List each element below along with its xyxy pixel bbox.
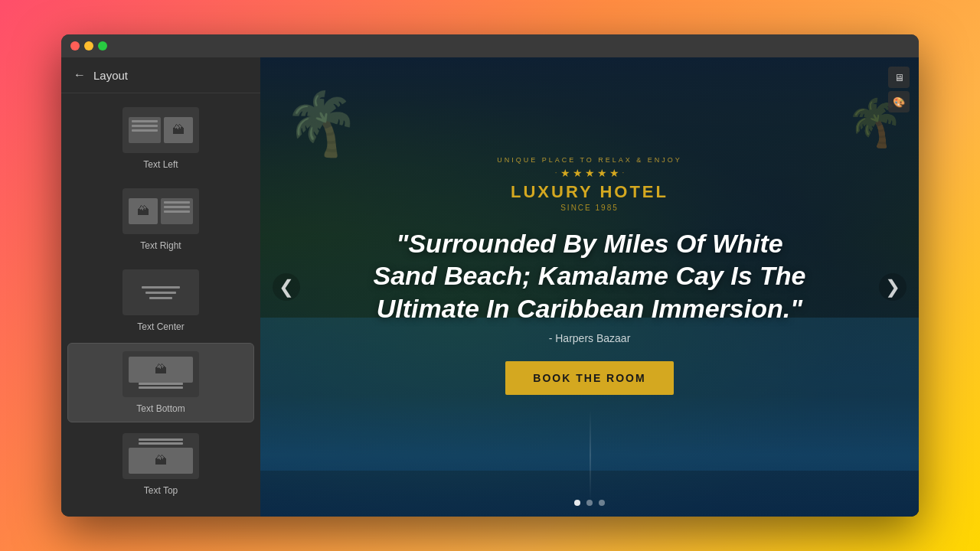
bottom-text-block (129, 383, 193, 392)
thumb-inner-text-right (127, 192, 194, 230)
window-controls (70, 41, 107, 51)
text-bottom-label: Text Bottom (136, 403, 185, 414)
layout-item-text-bottom[interactable]: Text Bottom (67, 343, 254, 422)
text-right-label: Text Right (140, 240, 181, 251)
hotel-tagline: UNIQUE PLACE TO RELAX & ENJOY (497, 156, 682, 164)
thumb-inner-text-top (127, 437, 194, 475)
thumb-inner-text-bottom (127, 355, 194, 393)
slide-dot-2[interactable] (586, 500, 593, 506)
app-window: ← Layout (61, 34, 919, 517)
paint-icon-button[interactable]: 🎨 (888, 91, 910, 112)
line-3 (164, 210, 190, 213)
thumb-text-left (122, 107, 199, 153)
line-1 (139, 439, 184, 441)
thumb-inner-text-center (127, 273, 194, 311)
thumb-inner-text-left (127, 111, 194, 149)
bottom-img-block (129, 448, 193, 474)
monitor-icon: 🖥 (894, 72, 904, 83)
thumb-text-top (122, 433, 199, 479)
hero-quote-block: "Surrounded By Miles Of White Sand Beach… (368, 227, 812, 345)
text-top-label: Text Top (144, 485, 178, 496)
hero-attribution: - Harpers Bazaar (368, 332, 812, 344)
layout-item-text-top[interactable]: Text Top (67, 425, 254, 504)
star-1: ★ (560, 167, 570, 179)
thumb-text-center (122, 269, 199, 315)
thumb-text-right (122, 188, 199, 234)
hotel-since: Since 1985 (497, 204, 682, 212)
titlebar (61, 34, 919, 57)
line-1 (139, 383, 184, 385)
top-text-block (129, 439, 193, 448)
star-3: ★ (585, 167, 595, 179)
line-2 (145, 292, 176, 294)
book-room-button[interactable]: BOOK THE ROOM (505, 361, 673, 395)
left-img-block (129, 198, 158, 224)
text-left-label: Text Left (143, 159, 178, 170)
right-img-block (164, 117, 193, 143)
slide-dot-3[interactable] (599, 500, 605, 506)
line-2 (139, 386, 184, 389)
star-2: ★ (573, 167, 583, 179)
line-2 (164, 206, 190, 208)
line-2 (132, 125, 158, 127)
content-area: ← Layout (61, 57, 919, 517)
layout-item-text-right[interactable]: Text Right (67, 181, 254, 259)
line-1 (142, 286, 180, 289)
carousel-dots (574, 500, 605, 506)
hero-quote-text: "Surrounded By Miles Of White Sand Beach… (368, 227, 812, 325)
monitor-icon-button[interactable]: 🖥 (888, 67, 910, 88)
star-5: ★ (609, 167, 619, 179)
stars: ★ ★ ★ ★ ★ (560, 167, 619, 179)
hero-background: 🌴 🌴 UNIQUE PLACE TO RELAX & ENJOY · ★ ★ … (260, 57, 919, 517)
line-3 (149, 297, 172, 299)
layout-item-text-center[interactable]: Text Center (67, 262, 254, 340)
maximize-dot[interactable] (98, 41, 107, 51)
close-dot[interactable] (70, 41, 80, 51)
carousel-prev-button[interactable]: ❮ (273, 273, 300, 301)
back-arrow[interactable]: ← (74, 68, 86, 82)
top-img-block (129, 357, 193, 383)
carousel-next-button[interactable]: ❯ (879, 273, 906, 301)
minimize-dot[interactable] (84, 41, 93, 51)
hotel-logo: UNIQUE PLACE TO RELAX & ENJOY · ★ ★ ★ ★ … (497, 156, 682, 212)
stars-row: · ★ ★ ★ ★ ★ · (497, 167, 682, 179)
paint-icon: 🎨 (893, 96, 905, 108)
slide-dot-1[interactable] (574, 500, 580, 506)
pool-line (590, 409, 591, 501)
star-dot-right: · (622, 168, 625, 177)
hotel-name: LUXURY HOTEL (497, 182, 682, 202)
main-preview: 🌴 🌴 UNIQUE PLACE TO RELAX & ENJOY · ★ ★ … (260, 57, 919, 517)
line-2 (139, 442, 184, 445)
layout-item-text-left[interactable]: Text Left (67, 99, 254, 178)
line-1 (132, 120, 158, 122)
thumb-text-bottom (122, 351, 199, 397)
line-3 (132, 129, 158, 132)
right-text-block (161, 198, 193, 224)
star-4: ★ (597, 167, 607, 179)
star-dot-left: · (555, 168, 557, 177)
palm-left-deco: 🌴 (283, 88, 360, 160)
left-text-block (129, 117, 161, 143)
text-center-label: Text Center (137, 321, 184, 332)
line-1 (164, 201, 190, 204)
center-lines (138, 286, 184, 299)
sidebar-title: Layout (93, 69, 128, 82)
right-toolbar: 🖥 🎨 (888, 67, 910, 112)
layout-items-list: Text Left Text Rig (61, 93, 260, 510)
sidebar: ← Layout (61, 57, 260, 517)
sidebar-header: ← Layout (61, 57, 260, 93)
